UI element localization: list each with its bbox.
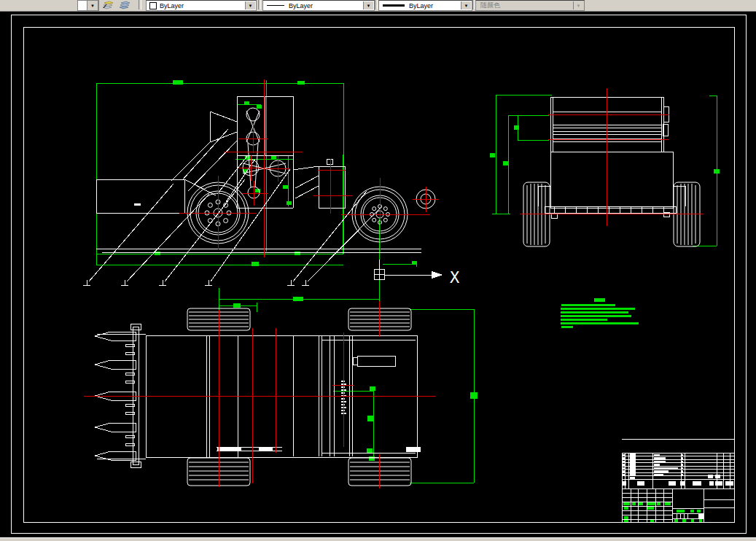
front-view <box>490 88 720 246</box>
title-block-grid <box>622 489 734 522</box>
side-view-centerlines <box>179 79 439 257</box>
title-block-green-text <box>623 502 703 522</box>
color-swatch <box>149 2 157 9</box>
balloon-marks <box>83 280 309 285</box>
lineweight-glyph-icon <box>383 4 405 7</box>
balloon-leaders <box>83 169 382 285</box>
axis-x-label: X <box>450 268 460 287</box>
toolbar-separator <box>375 0 378 9</box>
bom-header-row <box>623 481 733 486</box>
side-elevation-view <box>83 79 439 310</box>
cad-application-window: ▼ ByLayer ▼ ByLayer ▼ <box>0 0 756 541</box>
side-view-geometry <box>96 96 421 252</box>
object-properties-toolbar: ▼ ByLayer ▼ ByLayer ▼ <box>0 0 756 12</box>
color-dropdown-arrow[interactable]: ▼ <box>245 1 255 9</box>
lineweight-control[interactable]: ByLayer ▼ <box>378 0 472 11</box>
side-view-dimensions <box>96 80 416 310</box>
chevron-down-icon: ▼ <box>577 4 581 8</box>
toolbar-separator <box>258 0 261 9</box>
title-block <box>622 453 734 522</box>
axis-arrow-icon <box>432 271 443 279</box>
linetype-dropdown-arrow[interactable]: ▼ <box>363 1 373 9</box>
chevron-down-icon: ▼ <box>249 4 253 8</box>
lineweight-value: ByLayer <box>409 2 433 9</box>
plot-style-dropdown-arrow: ▼ <box>573 1 583 9</box>
top-plan-view <box>84 296 478 489</box>
chevron-down-icon: ▼ <box>464 4 469 8</box>
linetype-value: ByLayer <box>289 2 313 9</box>
window-bottom-strip <box>0 537 756 541</box>
lineweight-dropdown-arrow[interactable]: ▼ <box>461 1 471 9</box>
make-object-layer-current-button[interactable] <box>101 0 115 10</box>
color-control[interactable]: ByLayer ▼ <box>146 0 257 11</box>
plot-style-value: 随颜色 <box>480 1 500 10</box>
chevron-down-icon: ▼ <box>367 4 371 8</box>
layer-previous-icon <box>119 1 130 9</box>
front-view-dimensions <box>490 95 720 246</box>
toolbar-separator <box>139 0 141 9</box>
bom-table <box>622 453 734 489</box>
layer-previous-button[interactable] <box>117 0 132 10</box>
linetype-glyph-icon <box>267 5 284 6</box>
layer-dropdown-arrow[interactable]: ▼ <box>87 0 98 11</box>
linetype-control[interactable]: ByLayer ▼ <box>262 0 375 11</box>
model-space-canvas[interactable]: X <box>0 11 756 537</box>
front-view-centerlines <box>520 88 704 226</box>
color-value: ByLayer <box>160 2 184 9</box>
front-view-wheels <box>523 182 700 246</box>
plot-style-control: 随颜色 ▼ <box>475 0 585 11</box>
chevron-down-icon: ▼ <box>90 4 95 8</box>
technical-notes-block <box>561 298 639 328</box>
make-object-layer-current-icon <box>102 1 114 9</box>
top-view-wheels <box>187 308 411 486</box>
front-view-geometry <box>538 97 685 218</box>
